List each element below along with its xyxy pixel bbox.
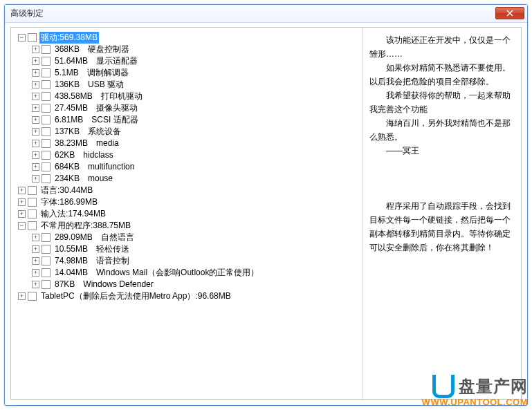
expand-icon[interactable]: + — [32, 140, 39, 147]
checkbox[interactable] — [42, 139, 51, 148]
checkbox[interactable] — [42, 233, 51, 242]
window-title: 高级制定 — [10, 8, 44, 19]
collapse-icon[interactable]: − — [18, 34, 26, 41]
tree-node[interactable]: +语言:30.44MB — [18, 185, 359, 196]
tree-view[interactable]: −驱动:569.38MB+368KB 硬盘控制器+51.64MB 显示适配器+5… — [14, 32, 359, 302]
checkbox[interactable] — [42, 174, 51, 183]
tree-label[interactable]: 27.45MB 摄像头驱动 — [53, 102, 139, 114]
tree-label[interactable]: 6.81MB SCSI 适配器 — [53, 114, 140, 126]
tree-label[interactable]: 输入法:174.94MB — [39, 208, 107, 220]
tree-label[interactable]: 14.04MB Windows Mail（会影响Outlook的正常使用） — [53, 267, 260, 279]
tree-node[interactable]: +137KB 系统设备 — [32, 126, 359, 138]
checkbox[interactable] — [42, 257, 51, 265]
expand-icon[interactable]: + — [32, 269, 39, 277]
tree-node[interactable]: +74.98MB 语音控制 — [32, 255, 359, 267]
tree-label[interactable]: 684KB multifunction — [53, 161, 136, 173]
checkbox[interactable] — [42, 57, 51, 66]
checkbox[interactable] — [42, 162, 51, 171]
tree-node[interactable]: +27.45MB 摄像头驱动 — [32, 102, 359, 114]
tree-node[interactable]: +289.09MB 自然语言 — [32, 232, 359, 243]
tree-label[interactable]: 438.58MB 打印机驱动 — [53, 91, 144, 102]
expand-icon[interactable]: + — [32, 93, 39, 100]
checkbox[interactable] — [28, 186, 37, 195]
tree-label[interactable]: 字体:186.99MB — [39, 196, 99, 208]
expand-icon[interactable]: + — [32, 163, 39, 171]
tree-node[interactable]: −驱动:569.38MB — [18, 32, 359, 44]
checkbox[interactable] — [42, 115, 51, 124]
expand-icon[interactable]: + — [32, 151, 39, 159]
tree-label[interactable]: 368KB 硬盘控制器 — [53, 44, 131, 55]
tree-label[interactable]: 10.55MB 轻松传送 — [53, 243, 131, 255]
tree-node[interactable]: +51.64MB 显示适配器 — [32, 55, 359, 67]
tree-node[interactable]: +368KB 硬盘控制器 — [32, 44, 359, 55]
close-button[interactable] — [495, 7, 524, 19]
expand-icon[interactable]: + — [32, 234, 39, 241]
checkbox[interactable] — [42, 151, 51, 160]
expand-icon[interactable]: + — [32, 116, 39, 124]
checkbox[interactable] — [42, 92, 51, 101]
tree-label[interactable]: 74.98MB 语音控制 — [53, 255, 131, 267]
checkbox[interactable] — [42, 68, 51, 77]
tree-node[interactable]: +5.1MB 调制解调器 — [32, 67, 359, 79]
expand-icon[interactable]: + — [32, 245, 39, 253]
tree-label[interactable]: 语言:30.44MB — [39, 185, 94, 196]
expand-icon[interactable]: + — [32, 69, 39, 77]
expand-icon[interactable]: + — [32, 46, 39, 53]
tree-node[interactable]: +38.23MB media — [32, 138, 359, 149]
checkbox[interactable] — [42, 104, 51, 113]
tree-label[interactable]: 62KB hidclass — [53, 149, 115, 161]
tree-node[interactable]: +字体:186.99MB — [18, 196, 359, 208]
tree-node[interactable]: +TabletPC（删除后会无法使用Metro App）:96.68MB — [18, 290, 359, 302]
expand-icon[interactable]: + — [32, 257, 39, 265]
side-pane: 该功能还正在开发中，仅仅是一个雏形…… 如果你对精简不熟悉请不要使用。以后我会把… — [362, 28, 521, 399]
collapse-icon[interactable]: − — [18, 222, 26, 230]
tree-label[interactable]: 5.1MB 调制解调器 — [53, 67, 130, 79]
checkbox[interactable] — [42, 45, 51, 54]
side-text: 海纳百川，另外我对精简也不是那么熟悉。 — [369, 116, 514, 144]
expand-icon[interactable]: + — [18, 210, 26, 218]
expand-icon[interactable]: + — [32, 57, 39, 65]
titlebar[interactable]: 高级制定 — [5, 5, 527, 23]
tree-node[interactable]: −不常用的程序:388.75MB — [18, 220, 359, 232]
tree-label[interactable]: 38.23MB media — [53, 138, 120, 149]
expand-icon[interactable]: + — [18, 292, 26, 300]
tree-pane[interactable]: −驱动:569.38MB+368KB 硬盘控制器+51.64MB 显示适配器+5… — [11, 28, 362, 399]
tree-label[interactable]: 289.09MB 自然语言 — [53, 232, 136, 243]
checkbox[interactable] — [42, 280, 51, 289]
checkbox[interactable] — [42, 245, 51, 254]
tree-label[interactable]: 51.64MB 显示适配器 — [53, 55, 139, 67]
tree-node[interactable]: +136KB USB 驱动 — [32, 79, 359, 91]
tree-label[interactable]: 136KB USB 驱动 — [53, 79, 125, 91]
checkbox[interactable] — [28, 33, 37, 42]
checkbox[interactable] — [28, 292, 37, 301]
tree-label[interactable]: 87KB Windows Defender — [53, 279, 155, 290]
checkbox[interactable] — [42, 80, 51, 89]
tree-node[interactable]: +87KB Windows Defender — [32, 279, 359, 290]
tree-node[interactable]: +684KB multifunction — [32, 161, 359, 173]
checkbox[interactable] — [42, 268, 51, 277]
expand-icon[interactable]: + — [32, 81, 39, 88]
tree-node[interactable]: +62KB hidclass — [32, 149, 359, 161]
tree-node[interactable]: +14.04MB Windows Mail（会影响Outlook的正常使用） — [32, 267, 359, 279]
tree-label[interactable]: 137KB 系统设备 — [53, 126, 122, 138]
tree-label[interactable]: 驱动:569.38MB — [39, 32, 99, 44]
expand-icon[interactable]: + — [32, 175, 39, 183]
expand-icon[interactable]: + — [32, 281, 39, 288]
tree-node[interactable]: +输入法:174.94MB — [18, 208, 359, 220]
checkbox[interactable] — [42, 127, 51, 136]
checkbox[interactable] — [28, 198, 37, 207]
checkbox[interactable] — [28, 209, 37, 218]
expand-icon[interactable]: + — [18, 198, 26, 206]
expand-icon[interactable]: + — [32, 104, 39, 112]
tree-label[interactable]: 不常用的程序:388.75MB — [39, 220, 132, 232]
expand-icon[interactable]: + — [18, 187, 26, 194]
checkbox[interactable] — [28, 221, 37, 230]
expand-icon[interactable]: + — [32, 128, 39, 136]
tree-node[interactable]: +10.55MB 轻松传送 — [32, 243, 359, 255]
tree-node[interactable]: +438.58MB 打印机驱动 — [32, 91, 359, 102]
tree-label[interactable]: 234KB mouse — [53, 173, 114, 185]
tree-node[interactable]: +234KB mouse — [32, 173, 359, 185]
side-text: ——冥王 — [369, 144, 514, 158]
tree-label[interactable]: TabletPC（删除后会无法使用Metro App）:96.68MB — [39, 290, 232, 302]
tree-node[interactable]: +6.81MB SCSI 适配器 — [32, 114, 359, 126]
